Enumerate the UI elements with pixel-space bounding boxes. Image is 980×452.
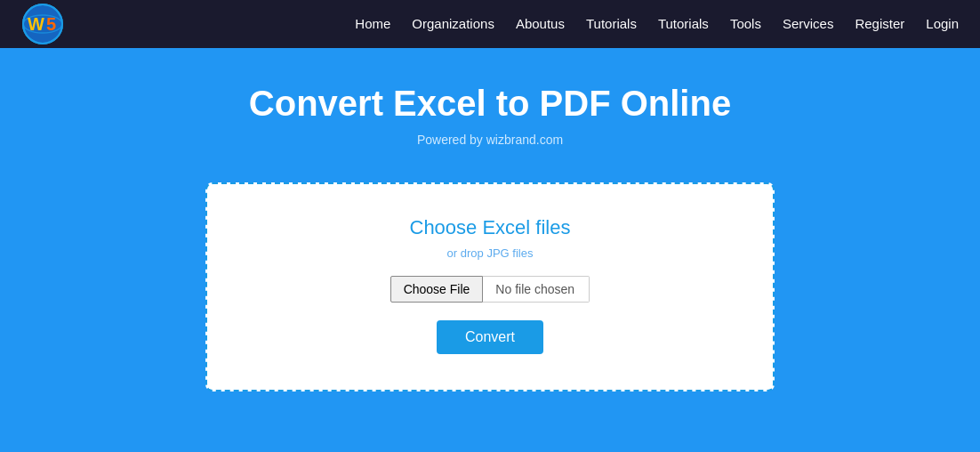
- nav-tutorials-2[interactable]: Tutorials: [658, 16, 709, 31]
- svg-text:5: 5: [46, 14, 56, 34]
- file-input-row: Choose File No file chosen: [243, 276, 737, 303]
- nav-register[interactable]: Register: [855, 16, 904, 31]
- nav-home[interactable]: Home: [355, 16, 390, 31]
- file-name-display: No file chosen: [483, 276, 590, 303]
- convert-button[interactable]: Convert: [437, 320, 543, 354]
- logo-area: W 5: [21, 3, 64, 45]
- svg-text:W: W: [28, 14, 44, 34]
- choose-excel-title: Choose Excel files: [243, 216, 737, 239]
- nav-tools[interactable]: Tools: [730, 16, 761, 31]
- nav-services[interactable]: Services: [783, 16, 834, 31]
- nav-tutorials-1[interactable]: Tutorials: [586, 16, 637, 31]
- card-wrapper: Choose Excel files or drop JPG files Cho…: [0, 165, 980, 409]
- hero-section: Convert Excel to PDF Online Powered by w…: [0, 48, 980, 165]
- drop-hint: or drop JPG files: [243, 246, 737, 260]
- hero-subtitle: Powered by wizbrand.com: [18, 133, 962, 147]
- nav-organizations[interactable]: Organizations: [412, 16, 494, 31]
- nav-links: Home Organizations Aboutus Tutorials Tut…: [355, 16, 959, 32]
- logo-icon: W 5: [21, 3, 64, 45]
- page-title: Convert Excel to PDF Online: [18, 84, 962, 124]
- upload-card: Choose Excel files or drop JPG files Cho…: [205, 182, 775, 391]
- choose-file-button[interactable]: Choose File: [390, 276, 484, 303]
- nav-login[interactable]: Login: [926, 16, 959, 31]
- nav-aboutus[interactable]: Aboutus: [516, 16, 565, 31]
